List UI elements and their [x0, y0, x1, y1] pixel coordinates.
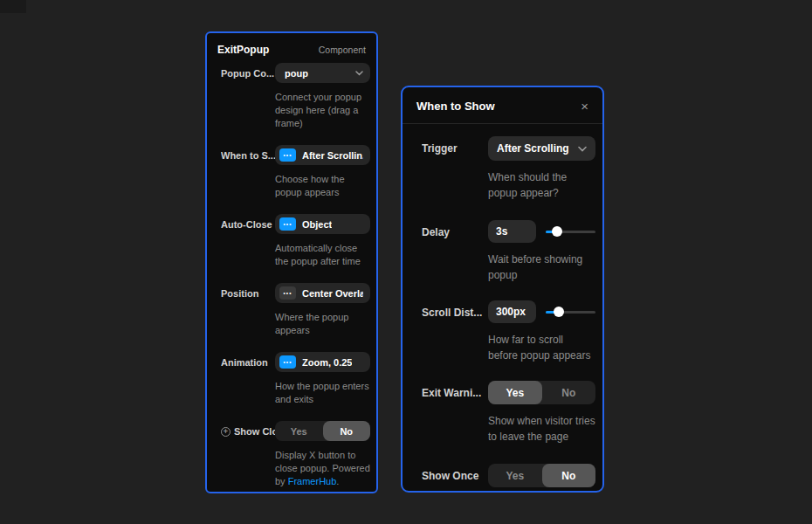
slider-track[interactable]	[546, 311, 595, 314]
property-label: Popup Co...	[221, 63, 275, 130]
setting-label: Exit Warni...	[422, 381, 488, 445]
control-value: Zoom, 0.25	[302, 357, 352, 368]
close-icon[interactable]: ×	[581, 100, 588, 113]
delay-input[interactable]: 3s	[488, 220, 536, 243]
setting-helper: Show when visitor tries to leave the pag…	[488, 413, 595, 445]
property-row-popup-content: Popup Co... poup Connect your popup desi…	[207, 63, 376, 130]
property-row-position: Position Center Overlay Where the popup …	[207, 283, 376, 337]
setting-row-delay: Delay 3s Wait before showing popup	[403, 220, 602, 283]
property-helper: Automatically close the popup after time	[275, 242, 370, 268]
component-badge: Component	[319, 45, 366, 55]
object-options-icon[interactable]	[279, 217, 296, 231]
show-close-no-option[interactable]: No	[323, 421, 371, 441]
show-close-yes-option[interactable]: Yes	[275, 421, 323, 441]
circle-plus-icon[interactable]	[221, 427, 231, 437]
setting-helper: When should the popup appear?	[488, 169, 595, 201]
when-to-show-popup: When to Show × Trigger After Scrolling W…	[401, 86, 604, 493]
property-label: When to S...	[221, 145, 275, 199]
exit-warning-toggle: Yes No	[488, 381, 595, 404]
property-helper: How the popup enters and exits	[275, 380, 370, 406]
chevron-down-icon	[578, 146, 587, 152]
setting-row-show-once: Show Once Yes No	[403, 464, 602, 487]
popup-header: When to Show ×	[403, 87, 602, 123]
control-value: Object	[302, 219, 332, 230]
popup-title: When to Show	[416, 100, 495, 113]
property-label: Position	[221, 283, 275, 337]
animation-object-control[interactable]: Zoom, 0.25	[275, 352, 370, 372]
chevron-down-icon	[355, 71, 363, 76]
object-options-icon[interactable]	[279, 355, 296, 369]
dropdown-value: poup	[285, 68, 308, 79]
setting-label: Scroll Dist...	[422, 300, 488, 363]
setting-row-exit-warning: Exit Warni... Yes No Show when visitor t…	[403, 381, 602, 445]
trigger-dropdown[interactable]: After Scrolling	[488, 136, 595, 161]
delay-slider[interactable]	[546, 220, 595, 243]
property-helper: Display X button to close popup. Powered…	[275, 449, 370, 488]
control-value: Center Overlay	[302, 288, 363, 299]
popup-content-dropdown[interactable]: poup	[275, 63, 370, 83]
property-label: Show Clo...	[234, 426, 275, 437]
property-label: Animation	[221, 352, 275, 406]
setting-helper: How far to scroll before popup appears	[488, 332, 595, 363]
header-divider	[403, 123, 602, 124]
slider-thumb[interactable]	[552, 226, 562, 237]
property-row-show-close: Show Clo... Yes No Display X button to c…	[207, 421, 376, 488]
scroll-distance-slider[interactable]	[546, 300, 595, 323]
panel-header: ExitPopup Component	[207, 33, 376, 56]
show-once-no-option[interactable]: No	[542, 464, 596, 487]
property-row-when-to-show: When to S... After Scrollin... Choose ho…	[207, 145, 376, 199]
object-options-icon[interactable]	[279, 148, 296, 162]
panel-title: ExitPopup	[217, 44, 269, 56]
framerhub-link[interactable]: FramerHub	[288, 476, 337, 486]
property-helper: Where the popup appears	[275, 311, 370, 337]
show-once-toggle: Yes No	[488, 464, 595, 487]
exitpopup-properties-panel: ExitPopup Component Popup Co... poup Con…	[205, 31, 378, 493]
setting-label: Show Once	[422, 464, 488, 487]
property-helper: Connect your popup design here (drag a f…	[275, 91, 370, 130]
setting-label: Trigger	[422, 136, 488, 201]
slider-track[interactable]	[546, 231, 595, 233]
when-to-show-object-control[interactable]: After Scrollin...	[275, 145, 370, 165]
control-value: After Scrollin...	[302, 150, 363, 161]
exit-warning-no-option[interactable]: No	[542, 381, 596, 404]
position-object-control[interactable]: Center Overlay	[275, 283, 370, 303]
dropdown-value: After Scrolling	[497, 142, 569, 155]
setting-helper: Wait before showing popup	[488, 252, 595, 283]
auto-close-object-control[interactable]: Object	[275, 214, 370, 234]
setting-label: Delay	[422, 220, 488, 283]
setting-row-trigger: Trigger After Scrolling When should the …	[403, 136, 602, 201]
show-once-yes-option[interactable]: Yes	[488, 464, 542, 487]
property-helper: Choose how the popup appears	[275, 173, 370, 199]
property-row-auto-close: Auto-Close Object Automatically close th…	[207, 214, 376, 268]
exit-warning-yes-option[interactable]: Yes	[488, 381, 542, 404]
scroll-distance-input[interactable]: 300px	[488, 300, 536, 323]
setting-row-scroll-distance: Scroll Dist... 300px How far to scroll b…	[403, 300, 602, 363]
show-close-toggle: Yes No	[275, 421, 370, 441]
property-row-animation: Animation Zoom, 0.25 How the popup enter…	[207, 352, 376, 406]
canvas-corner	[0, 0, 26, 13]
property-label: Auto-Close	[221, 214, 275, 268]
object-options-icon[interactable]	[279, 286, 296, 300]
slider-thumb[interactable]	[554, 307, 564, 317]
